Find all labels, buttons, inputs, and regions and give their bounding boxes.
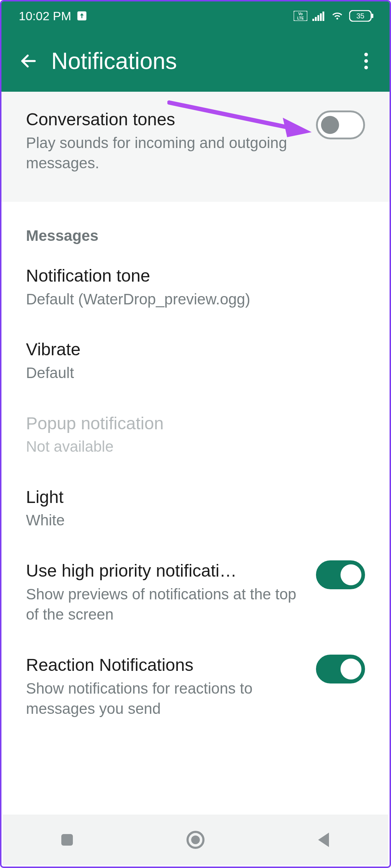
battery-level: 35	[356, 12, 364, 20]
popup-value: Not available	[26, 437, 365, 457]
popup-title: Popup notification	[26, 413, 365, 434]
high-priority-row[interactable]: Use high priority notificati… Show previ…	[1, 546, 390, 640]
svg-point-12	[364, 53, 368, 56]
reaction-toggle[interactable]	[316, 655, 365, 683]
upload-icon	[76, 10, 87, 21]
nav-back-button[interactable]	[302, 825, 346, 854]
high-priority-title: Use high priority notificati…	[26, 560, 257, 581]
svg-rect-10	[372, 14, 373, 18]
vibrate-title: Vibrate	[26, 339, 365, 360]
page-title: Notifications	[51, 48, 353, 74]
conversation-tones-row[interactable]: Conversation tones Play sounds for incom…	[1, 95, 390, 189]
svg-rect-6	[317, 15, 319, 21]
notification-tone-value: Default (WaterDrop_preview.ogg)	[26, 289, 365, 310]
reaction-title: Reaction Notifications	[26, 655, 309, 676]
svg-point-14	[364, 66, 368, 69]
conversation-tones-subtitle: Play sounds for incoming and outgoing me…	[26, 133, 309, 174]
vibrate-value: Default	[26, 363, 365, 383]
app-bar: Notifications	[1, 30, 390, 92]
svg-rect-8	[322, 12, 324, 21]
back-button[interactable]	[16, 48, 41, 74]
messages-section-header: Messages	[1, 202, 390, 251]
volte-icon: VoLTE	[294, 11, 307, 21]
svg-point-19	[191, 836, 200, 844]
status-bar: 10:02 PM VoLTE 35	[1, 1, 390, 30]
svg-text:LTE: LTE	[297, 16, 304, 20]
svg-point-13	[364, 59, 368, 63]
svg-rect-4	[312, 19, 314, 21]
high-priority-toggle[interactable]	[316, 560, 365, 589]
navigation-bar	[3, 815, 388, 865]
nav-home-button[interactable]	[174, 825, 217, 854]
more-options-button[interactable]	[353, 48, 379, 74]
high-priority-subtitle: Show previews of notifications at the to…	[26, 584, 309, 625]
light-title: Light	[26, 487, 365, 508]
conversation-tones-toggle[interactable]	[316, 110, 365, 139]
notification-tone-row[interactable]: Notification tone Default (WaterDrop_pre…	[1, 251, 390, 325]
status-time: 10:02 PM	[19, 9, 71, 23]
reaction-subtitle: Show notifications for reactions to mess…	[26, 678, 309, 719]
wifi-icon	[330, 10, 344, 21]
vibrate-row[interactable]: Vibrate Default	[1, 325, 390, 398]
signal-icon	[312, 11, 325, 21]
conversation-tones-title: Conversation tones	[26, 109, 309, 130]
popup-notification-row: Popup notification Not available	[1, 399, 390, 472]
notification-tone-title: Notification tone	[26, 265, 365, 286]
svg-marker-20	[318, 833, 329, 847]
svg-rect-7	[320, 13, 322, 21]
reaction-notifications-row[interactable]: Reaction Notifications Show notification…	[1, 640, 390, 734]
battery-icon: 35	[349, 10, 374, 22]
light-value: White	[26, 510, 365, 531]
svg-rect-17	[61, 834, 73, 846]
nav-recent-button[interactable]	[45, 825, 89, 854]
light-row[interactable]: Light White	[1, 472, 390, 546]
svg-text:Vo: Vo	[298, 12, 303, 16]
svg-rect-5	[315, 17, 317, 21]
